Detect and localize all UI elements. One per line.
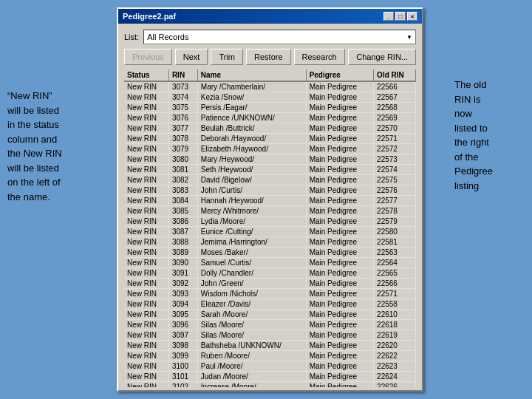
cell-pedigree: Main Pedigree <box>306 382 373 388</box>
table-row[interactable]: New RIN3095Sarah /Moore/Main Pedigree226… <box>124 310 416 320</box>
cell-name: Jemima /Harrington/ <box>197 237 306 248</box>
cell-name: Hannah /Heywood/ <box>197 196 306 206</box>
cell-old_rin: 22619 <box>374 330 416 341</box>
table-row[interactable]: New RIN3078Deborah /Haywood/Main Pedigre… <box>124 134 416 144</box>
cell-rin: 3085 <box>168 206 197 216</box>
cell-old_rin: 22610 <box>374 310 416 320</box>
cell-status: New RIN <box>124 227 168 237</box>
research-button[interactable]: Research <box>294 49 345 65</box>
list-selector-row: List: All Records ▼ <box>124 30 416 44</box>
close-button[interactable]: × <box>407 12 417 21</box>
cell-pedigree: Main Pedigree <box>306 330 373 341</box>
table-row[interactable]: New RIN3080Mary /Heywood/Main Pedigree22… <box>124 154 416 165</box>
list-dropdown[interactable]: All Records ▼ <box>143 30 416 44</box>
cell-old_rin: 22620 <box>374 341 416 351</box>
list-dropdown-value: All Records <box>147 33 188 41</box>
cell-status: New RIN <box>124 299 168 310</box>
table-row[interactable]: New RIN3075Persis /Eagar/Main Pedigree22… <box>124 103 416 113</box>
cell-pedigree: Main Pedigree <box>306 341 373 351</box>
cell-name: Mary /Heywood/ <box>197 154 306 165</box>
table-row[interactable]: New RIN3099Ruben /Moore/Main Pedigree226… <box>124 351 416 361</box>
cell-name: Judan /Moore/ <box>197 372 306 382</box>
table-row[interactable]: New RIN3082David /Bigelow/Main Pedigree2… <box>124 175 416 185</box>
table-row[interactable]: New RIN3101Judan /Moore/Main Pedigree226… <box>124 372 416 382</box>
table-row[interactable]: New RIN3090Samuel /Curtis/Main Pedigree2… <box>124 258 416 268</box>
table-row[interactable]: New RIN3085Mercy /Whitmore/Main Pedigree… <box>124 206 416 216</box>
previous-button[interactable]: Previous <box>124 49 172 65</box>
table-row[interactable]: New RIN3102Increase /Moore/Main Pedigree… <box>124 382 416 388</box>
maximize-button[interactable]: □ <box>395 12 406 21</box>
cell-rin: 3095 <box>168 310 197 320</box>
cell-name: Seth /Heywood/ <box>197 165 306 175</box>
table-row[interactable]: New RIN3087Eunice /Cutting/Main Pedigree… <box>124 227 416 237</box>
cell-rin: 3094 <box>168 299 197 310</box>
cell-name: Ruben /Moore/ <box>197 351 306 361</box>
next-button[interactable]: Next <box>175 49 208 65</box>
cell-pedigree: Main Pedigree <box>306 268 373 279</box>
table-scroll[interactable]: Status RIN Name Pedigree Old RIN New RIN… <box>124 69 416 387</box>
minimize-button[interactable]: _ <box>383 12 394 21</box>
table-row[interactable]: New RIN3076Patience /UNKNOWN/Main Pedigr… <box>124 113 416 123</box>
cell-old_rin: 22573 <box>374 154 416 165</box>
cell-rin: 3079 <box>168 144 197 154</box>
cell-pedigree: Main Pedigree <box>306 227 373 237</box>
cell-status: New RIN <box>124 310 168 320</box>
cell-pedigree: Main Pedigree <box>306 185 373 196</box>
cell-old_rin: 22565 <box>374 268 416 279</box>
table-row[interactable]: New RIN3092John /Green/Main Pedigree2256… <box>124 279 416 289</box>
cell-pedigree: Main Pedigree <box>306 123 373 134</box>
table-row[interactable]: New RIN3077Beulah /Buttrick/Main Pedigre… <box>124 123 416 134</box>
cell-old_rin: 22558 <box>374 299 416 310</box>
cell-status: New RIN <box>124 330 168 341</box>
cell-name: Paul /Moore/ <box>197 361 306 372</box>
cell-rin: 3074 <box>168 92 197 103</box>
cell-status: New RIN <box>124 196 168 206</box>
cell-old_rin: 22569 <box>374 113 416 123</box>
cell-rin: 3096 <box>168 320 197 330</box>
cell-name: Dolly /Chandler/ <box>197 268 306 279</box>
cell-name: Moses /Baker/ <box>197 248 306 258</box>
table-row[interactable]: New RIN3098Bathsheba /UNKNOWN/Main Pedig… <box>124 341 416 351</box>
cell-pedigree: Main Pedigree <box>306 113 373 123</box>
restore-button[interactable]: Restore <box>246 49 291 65</box>
cell-pedigree: Main Pedigree <box>306 258 373 268</box>
table-row[interactable]: New RIN3079Elizabeth /Haywood/Main Pedig… <box>124 144 416 154</box>
cell-rin: 3099 <box>168 351 197 361</box>
cell-pedigree: Main Pedigree <box>306 361 373 372</box>
cell-rin: 3083 <box>168 185 197 196</box>
cell-rin: 3082 <box>168 175 197 185</box>
table-row[interactable]: New RIN3083John /Curtis/Main Pedigree225… <box>124 185 416 196</box>
cell-name: David /Bigelow/ <box>197 175 306 185</box>
table-body: New RIN3073Mary /Chamberlain/Main Pedigr… <box>124 81 416 387</box>
page-container: “New RIN” will be listed in the status c… <box>0 0 532 399</box>
cell-name: Patience /UNKNOWN/ <box>197 113 306 123</box>
table-row[interactable]: New RIN3081Seth /Heywood/Main Pedigree22… <box>124 165 416 175</box>
cell-old_rin: 22578 <box>374 206 416 216</box>
cell-status: New RIN <box>124 372 168 382</box>
table-row[interactable]: New RIN3086Lydia /Moore/Main Pedigree225… <box>124 216 416 227</box>
table-row[interactable]: New RIN3073Mary /Chamberlain/Main Pedigr… <box>124 81 416 92</box>
cell-pedigree: Main Pedigree <box>306 351 373 361</box>
cell-rin: 3088 <box>168 237 197 248</box>
cell-name: Mercy /Whitmore/ <box>197 206 306 216</box>
table-row[interactable]: New RIN3089Moses /Baker/Main Pedigree225… <box>124 248 416 258</box>
table-row[interactable]: New RIN3074Kezia /Snow/Main Pedigree2256… <box>124 92 416 103</box>
cell-rin: 3087 <box>168 227 197 237</box>
trim-button[interactable]: Trim <box>211 49 243 65</box>
table-row[interactable]: New RIN3094Eleazer /Davis/Main Pedigree2… <box>124 299 416 310</box>
cell-old_rin: 22567 <box>374 92 416 103</box>
change-rin-button[interactable]: Change RIN... <box>348 49 416 65</box>
table-row[interactable]: New RIN3096Silas /Moore/Main Pedigree226… <box>124 320 416 330</box>
cell-pedigree: Main Pedigree <box>306 206 373 216</box>
cell-status: New RIN <box>124 341 168 351</box>
table-row[interactable]: New RIN3084Hannah /Heywood/Main Pedigree… <box>124 196 416 206</box>
table-row[interactable]: New RIN3100Paul /Moore/Main Pedigree2262… <box>124 361 416 372</box>
table-row[interactable]: New RIN3088Jemima /Harrington/Main Pedig… <box>124 237 416 248</box>
cell-name: Mary /Chamberlain/ <box>197 81 306 92</box>
table-row[interactable]: New RIN3091Dolly /Chandler/Main Pedigree… <box>124 268 416 279</box>
table-row[interactable]: New RIN3097Silas /Moore/Main Pedigree226… <box>124 330 416 341</box>
col-name: Name <box>197 69 306 81</box>
list-label: List: <box>124 33 139 41</box>
cell-rin: 3090 <box>168 258 197 268</box>
table-row[interactable]: New RIN3093Wisdom /Nichols/Main Pedigree… <box>124 289 416 299</box>
